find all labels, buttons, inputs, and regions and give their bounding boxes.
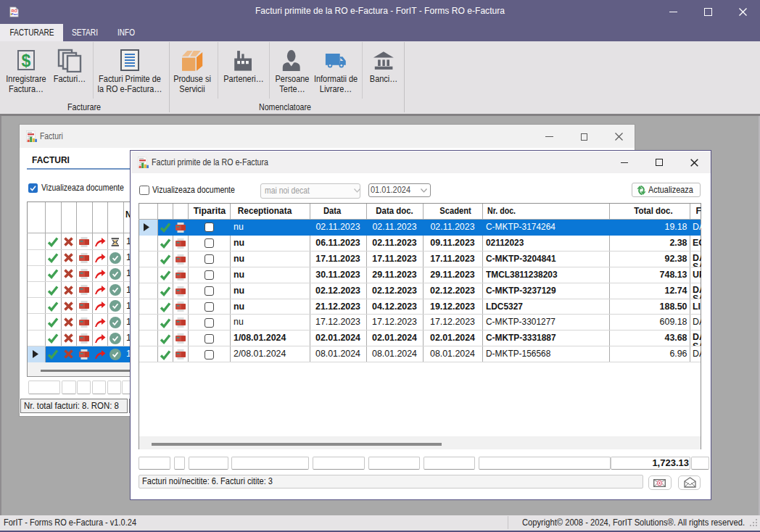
svg-text:Fact: Fact bbox=[12, 12, 18, 15]
